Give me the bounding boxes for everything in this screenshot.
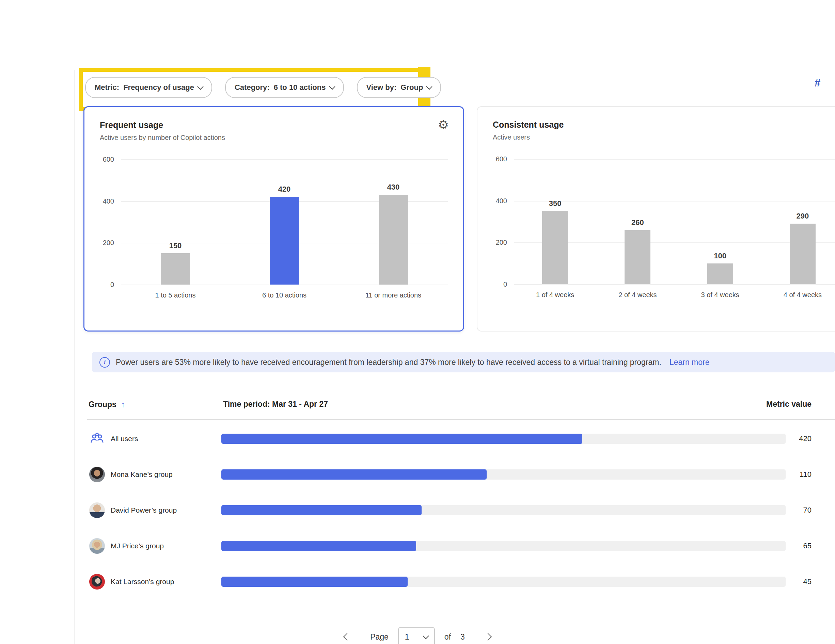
card-subtitle: Active users (493, 133, 835, 141)
bar-value-label: 420 (278, 185, 291, 194)
previous-page-icon[interactable] (343, 633, 351, 641)
group-name: Kat Larsson’s group (110, 577, 174, 586)
sort-ascending-icon[interactable]: ↑ (121, 400, 125, 409)
bar-4-of-4-weeks[interactable] (790, 224, 816, 284)
settings-gear-icon[interactable]: ⚙ (438, 119, 449, 131)
x-axis-label: 1 of 4 weeks (514, 291, 596, 299)
gridline (514, 284, 835, 285)
table-row-all-users[interactable]: All users420 (89, 421, 835, 456)
x-axis-label: 2 of 4 weeks (596, 291, 679, 299)
total-pages: 3 (460, 633, 465, 642)
learn-more-link[interactable]: Learn more (669, 358, 710, 367)
metric-value-column-header: Metric value (766, 400, 812, 409)
table-row-mj-price-s-group[interactable]: MJ Price’s group65 (89, 528, 835, 564)
viewby-filter-label: View by: (366, 83, 397, 92)
bar-value-label: 350 (549, 199, 562, 208)
groups-column-header[interactable]: Groups ↑ (89, 400, 125, 409)
avatar (89, 574, 105, 590)
y-axis-tick: 0 (110, 281, 114, 289)
chevron-down-icon (197, 83, 203, 89)
next-page-icon[interactable] (484, 633, 492, 641)
category-filter-dropdown[interactable]: Category: 6 to 10 actions (225, 77, 344, 98)
group-name: Mona Kane’s group (110, 470, 173, 479)
x-axis-label: 11 or more actions (339, 291, 448, 299)
metric-value: 110 (799, 470, 812, 479)
y-axis-tick: 200 (103, 239, 114, 247)
consistent-usage-card[interactable]: Consistent usage Active users 6004002000… (477, 106, 835, 331)
metric-value: 420 (799, 434, 812, 443)
bar-value-label: 150 (169, 241, 182, 250)
bar-value-label: 290 (796, 212, 809, 221)
chevron-down-icon (422, 633, 429, 639)
metric-bar-fill (221, 577, 408, 587)
y-axis-tick: 600 (103, 156, 114, 163)
info-icon: i (99, 357, 110, 368)
x-axis-label: 3 of 4 weeks (679, 291, 762, 299)
x-axis-label: 6 to 10 actions (230, 291, 339, 299)
metric-filter-value: Frequency of usage (123, 83, 194, 92)
number-sign-icon[interactable]: # (815, 77, 820, 89)
viewby-filter-value: Group (400, 83, 423, 92)
metric-bar-fill (221, 434, 582, 444)
metric-bar-fill (221, 541, 416, 551)
metric-bar-track (221, 577, 786, 587)
group-name: All users (110, 435, 138, 443)
gridline (121, 285, 448, 285)
metric-filter-dropdown[interactable]: Metric: Frequency of usage (85, 77, 212, 98)
y-axis-tick: 0 (503, 281, 507, 288)
group-name: David Power’s group (110, 506, 177, 514)
category-filter-label: Category: (235, 83, 270, 92)
bar-1-to-5-actions[interactable] (161, 253, 190, 285)
bar-value-label: 430 (387, 183, 400, 191)
left-divider (74, 70, 75, 644)
x-axis-label: 4 of 4 weeks (762, 291, 835, 299)
consistent-usage-chart: 60040020003502601002901 of 4 weeks2 of 4… (493, 159, 835, 299)
bar-3-of-4-weeks[interactable] (707, 263, 733, 284)
metric-value: 45 (803, 577, 812, 586)
frequent-usage-card[interactable]: Frequent usage Active users by number of… (83, 106, 464, 331)
card-title: Consistent usage (493, 120, 835, 130)
filter-bar: Metric: Frequency of usage Category: 6 t… (85, 77, 441, 98)
table-row-david-power-s-group[interactable]: David Power’s group70 (89, 492, 835, 528)
groups-table: Groups ↑ Time period: Mar 31 - Apr 27 Me… (89, 395, 835, 599)
y-axis-tick: 600 (496, 155, 507, 163)
chevron-down-icon (329, 83, 335, 89)
category-filter-value: 6 to 10 actions (274, 83, 326, 92)
insight-text: Power users are 53% more likely to have … (116, 358, 661, 367)
table-row-mona-kane-s-group[interactable]: Mona Kane’s group110 (89, 456, 835, 492)
page-select[interactable]: 1 (398, 627, 435, 644)
chart-plot: 6004002000350260100290 (514, 159, 835, 284)
avatar (89, 467, 105, 482)
viewby-filter-dropdown[interactable]: View by: Group (357, 77, 441, 98)
copilot-dashboard-page: Metric: Frequency of usage Category: 6 t… (0, 0, 835, 644)
chevron-down-icon (426, 83, 432, 89)
frequent-usage-chart: 60040020001504204301 to 5 actions6 to 10… (100, 159, 448, 299)
metric-bar-fill (221, 469, 487, 480)
page-select-value: 1 (405, 633, 409, 642)
table-row-kat-larsson-s-group[interactable]: Kat Larsson’s group45 (89, 564, 835, 599)
page-label: Page (370, 633, 388, 642)
table-header-row: Groups ↑ Time period: Mar 31 - Apr 27 Me… (89, 395, 835, 419)
bar-2-of-4-weeks[interactable] (625, 230, 650, 284)
y-axis-tick: 400 (103, 197, 114, 205)
chart-plot: 6004002000150420430 (121, 159, 448, 285)
group-name: MJ Price’s group (110, 542, 164, 550)
x-axis-label: 1 to 5 actions (121, 291, 230, 299)
bar-1-of-4-weeks[interactable] (542, 211, 568, 284)
insight-banner: i Power users are 53% more likely to hav… (92, 352, 835, 372)
bar-6-to-10-actions[interactable] (270, 197, 299, 285)
metric-bar-track (221, 469, 786, 480)
metric-bar-fill (221, 505, 422, 515)
metric-bar-track (221, 505, 786, 515)
bar-value-label: 260 (631, 218, 644, 227)
y-axis-tick: 400 (496, 197, 507, 204)
metric-filter-label: Metric: (95, 83, 119, 92)
pagination-bar: Page 1 of 3 (0, 627, 835, 644)
metric-bar-track (221, 434, 786, 444)
metric-bar-track (221, 541, 786, 551)
bar-11-or-more-actions[interactable] (379, 195, 408, 285)
card-title: Frequent usage (100, 120, 448, 130)
table-divider (87, 419, 835, 420)
avatar (89, 503, 105, 518)
metric-value: 65 (803, 542, 812, 550)
